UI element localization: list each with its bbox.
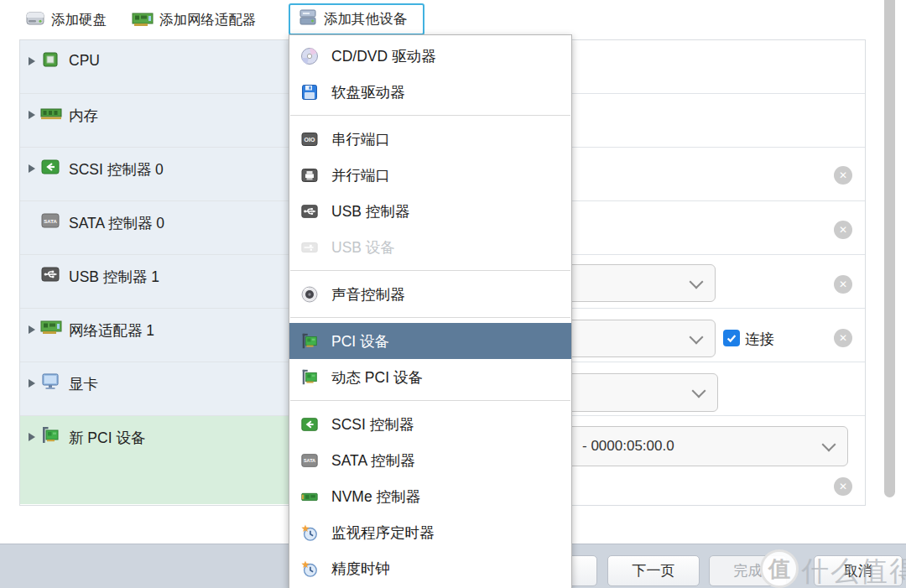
cancel-button[interactable]: 取消 bbox=[814, 555, 903, 586]
add-network-adapter-button[interactable]: 添加网络适配器 bbox=[132, 7, 257, 34]
menu-separator bbox=[290, 400, 570, 401]
menu-separator bbox=[290, 317, 570, 318]
scsi-controller-icon bbox=[40, 157, 60, 177]
remove-device-button[interactable]: ✕ bbox=[834, 329, 852, 347]
row-label-text: 网络适配器 1 bbox=[69, 320, 154, 341]
row-label-text: SCSI 控制器 0 bbox=[69, 159, 164, 180]
row-label-text: 显卡 bbox=[69, 374, 98, 394]
finish-button[interactable]: 完成 bbox=[709, 555, 787, 586]
next-page-button[interactable]: 下一页 bbox=[607, 555, 700, 586]
expand-arrow-icon[interactable] bbox=[29, 433, 35, 441]
cpu-icon bbox=[40, 49, 60, 70]
row-label-text: SATA 控制器 0 bbox=[69, 213, 164, 233]
select-value: - 0000:05:00.0 bbox=[582, 438, 674, 455]
row-label-text: 内存 bbox=[69, 106, 98, 126]
menu-item-watchdog-timer[interactable]: 监视程序定时器 bbox=[289, 514, 571, 550]
connect-checkbox[interactable] bbox=[723, 330, 740, 346]
menu-item-label: NVMe 控制器 bbox=[331, 487, 420, 507]
memory-icon bbox=[40, 103, 60, 123]
pci-device-icon bbox=[300, 332, 319, 351]
menu-item-label: PCI 设备 bbox=[331, 331, 389, 351]
menu-item-sata-controller[interactable]: SATA SATA 控制器 bbox=[289, 442, 571, 478]
vm-settings-screen: 添加硬盘 添加网络适配器 添加其他设备 CPU bbox=[0, 0, 906, 588]
sound-controller-icon bbox=[300, 285, 319, 304]
other-device-icon bbox=[299, 8, 317, 31]
expand-arrow-icon[interactable] bbox=[29, 325, 35, 334]
svg-text:OIO: OIO bbox=[305, 136, 315, 142]
menu-item-label: 精度时钟 bbox=[331, 559, 390, 579]
menu-item-cddvd-drive[interactable]: CD/DVD 驱动器 bbox=[289, 38, 571, 74]
menu-item-nvme-controller[interactable]: NVMe 控制器 bbox=[289, 478, 571, 514]
menu-item-label: USB 设备 bbox=[331, 237, 395, 258]
vertical-scrollbar[interactable] bbox=[884, 0, 895, 497]
floppy-drive-icon bbox=[300, 83, 319, 101]
sata-controller-icon: SATA bbox=[300, 451, 319, 470]
chevron-down-icon bbox=[690, 330, 704, 344]
add-other-device-button[interactable]: 添加其他设备 bbox=[289, 3, 424, 35]
menu-item-floppy-drive[interactable]: 软盘驱动器 bbox=[289, 74, 571, 110]
usb-device-icon bbox=[300, 238, 319, 257]
remove-device-button[interactable]: ✕ bbox=[834, 275, 852, 294]
add-hard-disk-label: 添加硬盘 bbox=[51, 11, 107, 29]
chevron-down-icon bbox=[692, 384, 706, 398]
remove-device-button[interactable]: ✕ bbox=[834, 477, 852, 496]
menu-item-label: USB 控制器 bbox=[331, 201, 409, 221]
menu-item-label: SCSI 控制器 bbox=[331, 414, 414, 434]
row-label-text: CPU bbox=[69, 52, 100, 70]
add-hard-disk-button[interactable]: 添加硬盘 bbox=[25, 7, 107, 34]
expand-arrow-icon[interactable] bbox=[29, 111, 35, 119]
cancel-label: 取消 bbox=[844, 561, 872, 580]
menu-separator bbox=[290, 115, 570, 116]
svg-text:SATA: SATA bbox=[44, 219, 57, 224]
menu-item-label: 软盘驱动器 bbox=[331, 82, 405, 102]
menu-item-parallel-port[interactable]: 并行端口 bbox=[289, 157, 571, 193]
menu-item-pci-device[interactable]: PCI 设备 bbox=[289, 323, 571, 359]
serial-port-icon: OIO bbox=[300, 130, 319, 148]
menu-item-label: 声音控制器 bbox=[331, 284, 405, 304]
expand-arrow-icon[interactable] bbox=[29, 57, 35, 65]
menu-item-label: 动态 PCI 设备 bbox=[331, 367, 423, 388]
menu-item-serial-port[interactable]: OIO 串行端口 bbox=[289, 121, 571, 157]
menu-item-dynamic-pci-device[interactable]: 动态 PCI 设备 bbox=[289, 359, 571, 395]
remove-device-button[interactable]: ✕ bbox=[834, 166, 852, 185]
scsi-controller-icon bbox=[300, 415, 319, 434]
hard-disk-icon bbox=[25, 9, 45, 31]
menu-item-label: SATA 控制器 bbox=[331, 450, 415, 471]
expand-arrow-icon[interactable] bbox=[29, 164, 35, 173]
cddvd-drive-icon bbox=[300, 47, 319, 65]
parallel-port-icon bbox=[300, 166, 319, 185]
menu-separator bbox=[290, 270, 570, 271]
row-label-text: USB 控制器 1 bbox=[69, 267, 159, 287]
chevron-down-icon bbox=[690, 274, 704, 289]
pci-device-icon bbox=[40, 425, 60, 445]
expand-arrow-icon[interactable] bbox=[29, 379, 35, 388]
menu-item-sound-controller[interactable]: 声音控制器 bbox=[289, 276, 571, 312]
menu-item-label: 监视程序定时器 bbox=[331, 523, 435, 543]
svg-text:SATA: SATA bbox=[304, 458, 315, 463]
menu-item-usb-controller[interactable]: USB 控制器 bbox=[289, 193, 571, 229]
menu-item-label: CD/DVD 驱动器 bbox=[331, 46, 435, 66]
menu-item-label: 并行端口 bbox=[331, 165, 390, 185]
add-network-adapter-label: 添加网络适配器 bbox=[159, 11, 257, 29]
menu-item-label: 串行端口 bbox=[331, 129, 390, 149]
menu-item-precision-clock[interactable]: 精度时钟 bbox=[289, 550, 571, 586]
network-adapter-icon bbox=[40, 318, 60, 338]
watchdog-timer-icon bbox=[300, 523, 319, 542]
video-card-icon bbox=[40, 372, 60, 392]
sata-controller-icon: SATA bbox=[40, 211, 60, 231]
row-label-text: 新 PCI 设备 bbox=[69, 428, 145, 448]
nvme-controller-icon bbox=[300, 487, 319, 506]
add-other-device-menu: CD/DVD 驱动器 软盘驱动器 OIO 串行端口 并行端口 USB bbox=[289, 34, 572, 588]
precision-clock-icon bbox=[300, 559, 319, 578]
finish-label: 完成 bbox=[734, 561, 763, 580]
chevron-down-icon bbox=[822, 438, 836, 452]
menu-item-usb-device[interactable]: USB 设备 bbox=[289, 229, 571, 265]
dynamic-pci-device-icon bbox=[300, 368, 319, 387]
add-other-device-label: 添加其他设备 bbox=[324, 10, 407, 29]
remove-device-button[interactable]: ✕ bbox=[834, 221, 852, 239]
usb-controller-icon bbox=[300, 202, 319, 221]
usb-controller-icon bbox=[40, 264, 60, 284]
menu-item-scsi-controller[interactable]: SCSI 控制器 bbox=[289, 406, 571, 442]
next-page-label: 下一页 bbox=[633, 561, 675, 580]
connect-label: 连接 bbox=[745, 329, 774, 349]
